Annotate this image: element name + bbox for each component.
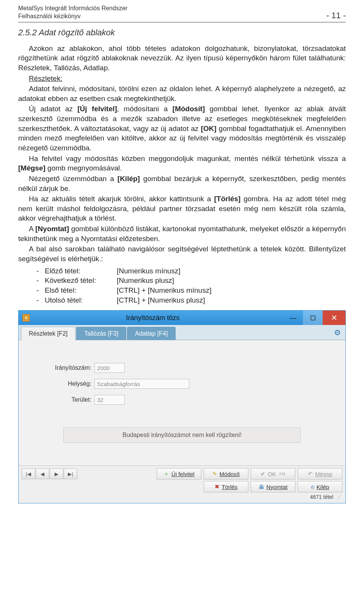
nav-prev-button[interactable]: ◀	[36, 468, 49, 479]
modosit-label: Módosít	[220, 471, 240, 477]
delete-icon: ✖	[215, 483, 220, 490]
modosit-button[interactable]: ✎ Módosít	[204, 468, 248, 480]
close-button[interactable]: ✕	[323, 311, 345, 325]
paragraph-3: Új adatot az [Új felvitel], módosítani a…	[18, 104, 346, 153]
torles-button[interactable]: ✖ Törlés	[204, 481, 248, 492]
kb-row: - Utolsó tétel: [CTRL] + [Numerikus plus…	[36, 295, 346, 305]
paragraph-8: A bal alsó sarokban található navigálóso…	[18, 244, 346, 263]
kilep-button[interactable]: ⎋ Kilép	[298, 481, 342, 492]
status-message: Budapesti irányítószámot nem kell rögzít…	[63, 427, 301, 443]
app-window: Irányítószám tözs — ✕ Részletek [F2] Tal…	[18, 310, 346, 503]
uj-felvitel-label: Új felvitel	[171, 471, 195, 477]
paragraph-6: Ha az aktuális tételt akarjuk törölni, a…	[18, 194, 346, 223]
uj-felvitel-button[interactable]: ＋ Új felvitel	[157, 468, 201, 480]
paragraph-5: Nézegető üzemmódban a [Kilép] gombbal be…	[18, 174, 346, 193]
toolbar: |◀ ◀ ▶ ▶| ＋ Új felvitel ✎ Módosít ✔ OK F…	[19, 465, 345, 503]
undo-icon: ↶	[308, 470, 313, 477]
form-area: Irányítószám: Helység: Terület: Budapest…	[19, 340, 345, 465]
plus-icon: ＋	[163, 470, 169, 478]
nav-last-button[interactable]: ▶|	[64, 468, 77, 479]
megse-label: Mégse	[315, 471, 332, 477]
maximize-button[interactable]	[303, 311, 323, 325]
nav-first-button[interactable]: |◀	[22, 468, 35, 479]
tab-tallozas[interactable]: Tallózás [F3]	[76, 327, 126, 340]
helyseg-input[interactable]	[94, 379, 189, 389]
kb-row: - Előző tétel: [Numerikus mínusz]	[36, 266, 346, 276]
ok-shortcut: F12	[279, 472, 286, 476]
tab-reszletek[interactable]: Részletek [F2]	[21, 327, 75, 340]
paragraph-7: A [Nyomtat] gombbal különböző listákat, …	[18, 224, 346, 243]
paragraph-1: Azokon az ablakokon, ahol több tételes a…	[18, 44, 346, 73]
record-count: 4671 tétel	[310, 494, 334, 500]
doc-title-line2: Felhasználói kézikönyv	[18, 13, 127, 21]
document-header: MetalSys Integrált Információs Rendszer …	[18, 5, 346, 22]
kb-row: - Következő tétel: [Numerikus plusz]	[36, 276, 346, 286]
window-titlebar[interactable]: Irányítószám tözs — ✕	[19, 311, 345, 325]
torles-label: Törlés	[222, 484, 238, 490]
kilep-label: Kilép	[317, 484, 329, 490]
iranyitoszam-input[interactable]	[94, 363, 125, 373]
page-number: - 11 -	[326, 11, 346, 21]
ok-button[interactable]: ✔ OK F12	[251, 468, 295, 480]
resize-grip[interactable]: ⋰	[337, 494, 341, 500]
ok-label: OK	[268, 471, 276, 477]
body-text: Azokon az ablakokon, ahol több tételes a…	[18, 44, 346, 264]
section-title: 2.5.2 Adat rögzítő ablakok	[18, 28, 346, 38]
paragraph-2: Adatot felvinni, módosítani, törölni eze…	[18, 84, 346, 103]
terulet-label: Terület:	[30, 396, 94, 403]
reszletek-label: Részletek:	[29, 74, 63, 82]
minimize-button[interactable]: —	[283, 311, 303, 325]
gear-icon[interactable]: ⚙	[334, 328, 341, 337]
printer-icon: 🖶	[259, 484, 264, 490]
record-navigator: |◀ ◀ ▶ ▶|	[22, 468, 77, 479]
tab-adatlap[interactable]: Adatlap [F4]	[127, 327, 176, 340]
check-icon: ✔	[260, 470, 265, 477]
doc-title-line1: MetalSys Integrált Információs Rendszer	[18, 5, 127, 13]
nyomtat-label: Nyomtat	[267, 484, 288, 490]
paragraph-4: Ha felvitel vagy módosítás közben meggon…	[18, 154, 346, 173]
tabstrip: Részletek [F2] Tallózás [F3] Adatlap [F4…	[19, 325, 345, 340]
nyomtat-button[interactable]: 🖶 Nyomtat	[251, 481, 295, 492]
nav-next-button[interactable]: ▶	[50, 468, 63, 479]
keyboard-shortcut-list: - Előző tétel: [Numerikus mínusz] - Köve…	[18, 266, 346, 305]
terulet-input[interactable]	[94, 395, 125, 405]
window-title: Irányítószám tözs	[22, 314, 283, 322]
exit-icon: ⎋	[311, 484, 314, 490]
iranyitoszam-label: Irányítószám:	[30, 364, 94, 371]
kb-row: - Első tétel: [CTRL] + [Numerikus mínusz…	[36, 286, 346, 295]
pencil-icon: ✎	[212, 470, 217, 477]
megse-button[interactable]: ↶ Mégse	[298, 468, 342, 480]
svg-rect-1	[311, 316, 315, 320]
helyseg-label: Helység:	[30, 380, 94, 387]
